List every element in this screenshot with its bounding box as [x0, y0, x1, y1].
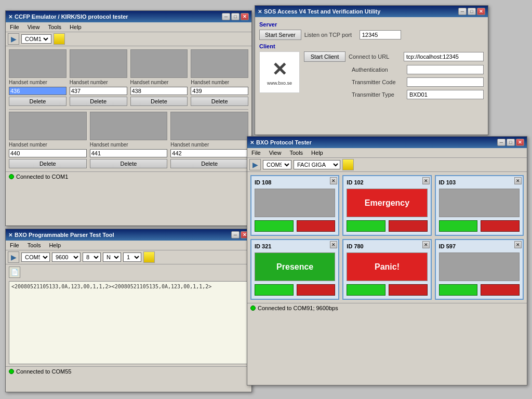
- device-red-btn-102[interactable]: [389, 220, 428, 232]
- bxo-menu-help[interactable]: Help: [309, 149, 325, 156]
- bxo-title-bar: ✕ BXO Protocol Tester ─ □ ✕: [247, 137, 527, 148]
- bxo-status-text: Connected to COM91; 9600bps: [258, 305, 338, 311]
- bxo-yellow-btn[interactable]: [342, 159, 354, 170]
- ccfp-window: ✕ CCFP Emulator / KIRK/SIO protocol test…: [5, 10, 252, 226]
- parser-file-icon[interactable]: 📄: [9, 267, 20, 278]
- ccfp-menu-tools[interactable]: Tools: [46, 23, 63, 31]
- device-close-780[interactable]: ✕: [422, 241, 430, 248]
- bxo-profile-select[interactable]: FACI GIGA: [294, 160, 340, 169]
- sos-auth-input[interactable]: [407, 65, 484, 74]
- sos-maximize-btn[interactable]: □: [468, 8, 476, 15]
- device-close-103[interactable]: ✕: [514, 177, 522, 184]
- parser-title-x: ✕: [8, 232, 12, 238]
- handset-input-441[interactable]: [90, 149, 168, 157]
- handset-cell-440: Handset number Delete: [9, 112, 87, 168]
- parser-menu-tools[interactable]: Tools: [25, 242, 43, 249]
- sos-connect-url-input[interactable]: [404, 52, 484, 61]
- bxo-maximize-btn[interactable]: □: [507, 139, 515, 146]
- device-close-102[interactable]: ✕: [422, 177, 430, 184]
- device-green-btn-103[interactable]: [439, 220, 478, 232]
- parser-com-port-select[interactable]: COM55: [21, 252, 50, 262]
- device-id-108: ID 108: [255, 179, 335, 185]
- sos-title-text: SOS Access V4 Test and Verification Util…: [264, 8, 380, 15]
- ccfp-arrow-icon[interactable]: ▶: [8, 33, 19, 45]
- bxo-menu-view[interactable]: View: [267, 149, 284, 156]
- ccfp-com-port-select[interactable]: COM1: [23, 35, 50, 43]
- bxo-toolbar: ▶ COM91 FACI GIGA: [247, 158, 527, 172]
- delete-btn-442[interactable]: Delete: [170, 159, 248, 168]
- delete-btn-440[interactable]: Delete: [9, 159, 87, 168]
- delete-btn-438[interactable]: Delete: [130, 97, 188, 106]
- sos-close-btn[interactable]: ✕: [477, 8, 485, 15]
- parser-minimize-btn[interactable]: ─: [231, 231, 240, 238]
- device-red-btn-108[interactable]: [297, 220, 336, 232]
- parser-menu-help[interactable]: Help: [47, 242, 63, 249]
- device-close-597[interactable]: ✕: [514, 241, 522, 248]
- device-buttons-597: [439, 284, 520, 296]
- parser-parity-select[interactable]: N: [103, 252, 121, 262]
- device-panel-102: ✕ ID 102 Emergency: [342, 175, 431, 236]
- sos-tcp-port-input[interactable]: [360, 30, 401, 39]
- delete-btn-436[interactable]: Delete: [9, 97, 66, 106]
- ccfp-yellow-btn[interactable]: [54, 33, 65, 45]
- device-green-btn-108[interactable]: [255, 220, 294, 232]
- device-buttons-780: [347, 284, 427, 296]
- bxo-menu-tools[interactable]: Tools: [287, 149, 305, 156]
- device-red-btn-321[interactable]: [297, 284, 336, 296]
- handset-image-442: [170, 112, 248, 140]
- parser-status-dot: [9, 369, 14, 374]
- ccfp-handset-row2: Handset number Delete Handset number Del…: [9, 112, 248, 168]
- device-green-btn-321[interactable]: [255, 284, 294, 296]
- sos-title-x: ✕: [258, 9, 262, 15]
- bxo-arrow-icon[interactable]: ▶: [249, 159, 261, 170]
- device-display-597: [439, 252, 520, 281]
- bxo-window: ✕ BXO Protocol Tester ─ □ ✕ File View To…: [247, 136, 527, 385]
- device-close-321[interactable]: ✕: [330, 241, 337, 248]
- sos-transmitter-input[interactable]: [407, 77, 484, 87]
- device-red-btn-780[interactable]: [389, 284, 428, 296]
- device-green-btn-102[interactable]: [347, 220, 385, 232]
- handset-input-437[interactable]: [70, 87, 127, 95]
- bxo-device-grid: ✕ ID 108 ✕ ID 102 Emergency ✕ ID 103: [247, 172, 527, 303]
- sos-start-client-btn[interactable]: Start Client: [304, 51, 345, 62]
- sos-minimize-btn[interactable]: ─: [458, 8, 467, 15]
- bxo-close-btn[interactable]: ✕: [516, 139, 524, 146]
- handset-input-440[interactable]: [9, 149, 87, 157]
- device-green-btn-597[interactable]: [439, 284, 478, 296]
- parser-baud-select[interactable]: 9600: [52, 252, 81, 262]
- device-buttons-108: [255, 220, 335, 232]
- handset-input-442[interactable]: [170, 149, 248, 157]
- sos-type-input[interactable]: [407, 90, 484, 99]
- bxo-menu-file[interactable]: File: [249, 149, 263, 156]
- parser-menu-file[interactable]: File: [8, 242, 21, 249]
- ccfp-com-port-combo[interactable]: COM1: [21, 34, 51, 44]
- handset-input-439[interactable]: [191, 87, 248, 95]
- delete-btn-439[interactable]: Delete: [191, 97, 248, 106]
- ccfp-close-btn[interactable]: ✕: [241, 13, 249, 20]
- parser-arrow-icon[interactable]: ▶: [8, 251, 19, 263]
- sos-window: ✕ SOS Access V4 Test and Verification Ut…: [255, 5, 488, 135]
- device-display-102: Emergency: [347, 189, 427, 217]
- device-red-btn-597[interactable]: [481, 284, 520, 296]
- parser-yellow-btn[interactable]: [143, 251, 155, 263]
- handset-input-436[interactable]: [9, 87, 66, 95]
- device-red-btn-103[interactable]: [481, 220, 520, 232]
- ccfp-minimize-btn[interactable]: ─: [222, 13, 230, 20]
- sos-start-server-btn[interactable]: Start Server: [259, 30, 301, 40]
- parser-stopbits-select[interactable]: 1: [123, 252, 141, 262]
- parser-databits-select[interactable]: 8: [83, 252, 101, 262]
- ccfp-menu-help[interactable]: Help: [68, 23, 84, 31]
- handset-input-438[interactable]: [130, 87, 188, 95]
- ccfp-maximize-btn[interactable]: □: [231, 13, 240, 20]
- ccfp-menu-view[interactable]: View: [25, 23, 42, 31]
- ccfp-menu-file[interactable]: File: [8, 23, 21, 31]
- sos-form-fields: Start Client Connect to URL Authenticati…: [304, 51, 484, 102]
- bxo-status-bar: Connected to COM91; 9600bps: [247, 303, 527, 313]
- device-green-btn-780[interactable]: [347, 284, 385, 296]
- bxo-minimize-btn[interactable]: ─: [497, 139, 506, 146]
- delete-btn-441[interactable]: Delete: [90, 159, 168, 168]
- bxo-com-port-select[interactable]: COM91: [263, 160, 291, 169]
- device-close-108[interactable]: ✕: [330, 177, 337, 184]
- delete-btn-437[interactable]: Delete: [70, 97, 127, 106]
- ccfp-status-dot: [9, 174, 14, 179]
